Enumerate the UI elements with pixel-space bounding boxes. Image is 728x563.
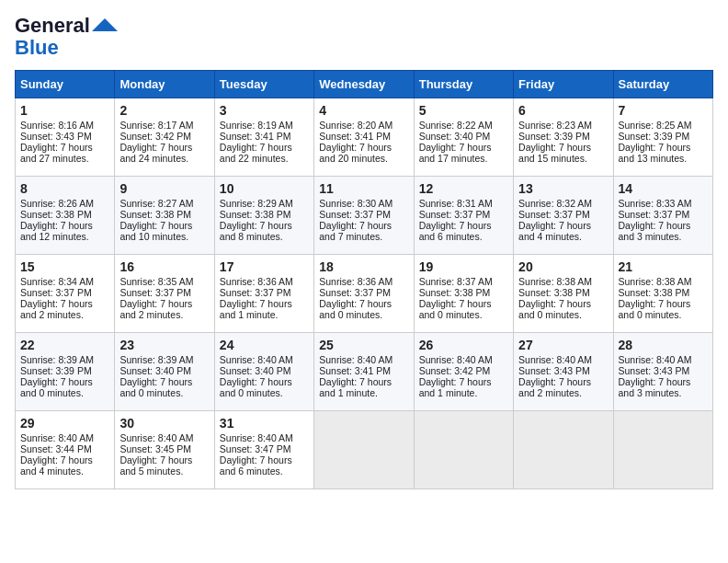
sunset: Sunset: 3:37 PM bbox=[518, 209, 590, 220]
sunrise: Sunrise: 8:40 AM bbox=[518, 354, 592, 365]
day-number: 6 bbox=[518, 103, 608, 118]
sunrise: Sunrise: 8:20 AM bbox=[319, 120, 392, 131]
calendar-cell: 21 Sunrise: 8:38 AM Sunset: 3:38 PM Dayl… bbox=[613, 255, 712, 333]
day-header-sunday: Sunday bbox=[16, 71, 115, 98]
sunset: Sunset: 3:39 PM bbox=[20, 365, 92, 376]
calendar-cell: 3 Sunrise: 8:19 AM Sunset: 3:41 PM Dayli… bbox=[214, 98, 313, 177]
daylight: Daylight: 7 hours and 24 minutes. bbox=[119, 142, 192, 164]
sunrise: Sunrise: 8:34 AM bbox=[20, 276, 94, 287]
sunrise: Sunrise: 8:36 AM bbox=[319, 276, 392, 287]
sunset: Sunset: 3:38 PM bbox=[619, 287, 690, 298]
logo-blue: Blue bbox=[15, 37, 59, 59]
sunrise: Sunrise: 8:33 AM bbox=[619, 198, 692, 209]
sunrise: Sunrise: 8:39 AM bbox=[20, 354, 94, 365]
day-number: 29 bbox=[20, 416, 109, 431]
calendar-cell: 31 Sunrise: 8:40 AM Sunset: 3:47 PM Dayl… bbox=[214, 411, 313, 489]
day-header-saturday: Saturday bbox=[613, 71, 712, 98]
calendar-cell: 30 Sunrise: 8:40 AM Sunset: 3:45 PM Dayl… bbox=[115, 411, 214, 489]
calendar-cell bbox=[613, 411, 712, 489]
daylight: Daylight: 7 hours and 15 minutes. bbox=[518, 142, 591, 164]
page-header: General Blue bbox=[15, 15, 713, 59]
daylight: Daylight: 7 hours and 0 minutes. bbox=[319, 298, 392, 320]
daylight: Daylight: 7 hours and 22 minutes. bbox=[220, 142, 292, 164]
calendar-cell: 2 Sunrise: 8:17 AM Sunset: 3:42 PM Dayli… bbox=[115, 98, 214, 177]
day-number: 19 bbox=[419, 259, 508, 274]
daylight: Daylight: 7 hours and 2 minutes. bbox=[20, 298, 93, 320]
sunrise: Sunrise: 8:26 AM bbox=[20, 198, 94, 209]
daylight: Daylight: 7 hours and 2 minutes. bbox=[518, 376, 591, 398]
day-number: 8 bbox=[20, 181, 109, 196]
sunrise: Sunrise: 8:32 AM bbox=[518, 198, 592, 209]
sunrise: Sunrise: 8:30 AM bbox=[319, 198, 392, 209]
calendar-cell: 16 Sunrise: 8:35 AM Sunset: 3:37 PM Dayl… bbox=[115, 255, 214, 333]
week-row-3: 15 Sunrise: 8:34 AM Sunset: 3:37 PM Dayl… bbox=[16, 255, 713, 333]
sunset: Sunset: 3:43 PM bbox=[518, 365, 590, 376]
sunrise: Sunrise: 8:40 AM bbox=[619, 354, 692, 365]
sunset: Sunset: 3:47 PM bbox=[220, 443, 291, 454]
sunset: Sunset: 3:45 PM bbox=[119, 443, 191, 454]
sunrise: Sunrise: 8:16 AM bbox=[20, 120, 94, 131]
daylight: Daylight: 7 hours and 3 minutes. bbox=[619, 220, 691, 242]
day-number: 1 bbox=[20, 103, 109, 118]
calendar-cell: 27 Sunrise: 8:40 AM Sunset: 3:43 PM Dayl… bbox=[514, 333, 613, 411]
daylight: Daylight: 7 hours and 10 minutes. bbox=[119, 220, 192, 242]
day-header-monday: Monday bbox=[115, 71, 214, 98]
sunrise: Sunrise: 8:40 AM bbox=[220, 432, 293, 443]
calendar-cell: 11 Sunrise: 8:30 AM Sunset: 3:37 PM Dayl… bbox=[314, 177, 414, 255]
day-number: 12 bbox=[419, 181, 508, 196]
day-number: 7 bbox=[619, 103, 708, 118]
daylight: Daylight: 7 hours and 8 minutes. bbox=[220, 220, 292, 242]
calendar-cell: 13 Sunrise: 8:32 AM Sunset: 3:37 PM Dayl… bbox=[514, 177, 613, 255]
sunset: Sunset: 3:44 PM bbox=[20, 443, 92, 454]
sunset: Sunset: 3:37 PM bbox=[319, 287, 391, 298]
sunrise: Sunrise: 8:38 AM bbox=[619, 276, 692, 287]
sunrise: Sunrise: 8:25 AM bbox=[619, 120, 692, 131]
sunrise: Sunrise: 8:22 AM bbox=[419, 120, 493, 131]
day-number: 18 bbox=[319, 259, 408, 274]
calendar-cell: 22 Sunrise: 8:39 AM Sunset: 3:39 PM Dayl… bbox=[16, 333, 115, 411]
daylight: Daylight: 7 hours and 20 minutes. bbox=[319, 142, 392, 164]
day-number: 5 bbox=[419, 103, 508, 118]
day-header-thursday: Thursday bbox=[414, 71, 513, 98]
day-number: 28 bbox=[619, 338, 708, 352]
calendar-cell: 15 Sunrise: 8:34 AM Sunset: 3:37 PM Dayl… bbox=[16, 255, 115, 333]
sunset: Sunset: 3:40 PM bbox=[419, 131, 491, 142]
sunrise: Sunrise: 8:19 AM bbox=[220, 120, 293, 131]
daylight: Daylight: 7 hours and 13 minutes. bbox=[619, 142, 691, 164]
calendar-cell: 20 Sunrise: 8:38 AM Sunset: 3:38 PM Dayl… bbox=[514, 255, 613, 333]
day-number: 14 bbox=[619, 181, 708, 196]
sunrise: Sunrise: 8:40 AM bbox=[419, 354, 493, 365]
sunrise: Sunrise: 8:38 AM bbox=[518, 276, 592, 287]
daylight: Daylight: 7 hours and 7 minutes. bbox=[319, 220, 392, 242]
calendar-cell bbox=[314, 411, 414, 489]
calendar-cell: 4 Sunrise: 8:20 AM Sunset: 3:41 PM Dayli… bbox=[314, 98, 414, 177]
sunrise: Sunrise: 8:40 AM bbox=[119, 432, 193, 443]
day-number: 26 bbox=[419, 338, 508, 352]
day-number: 31 bbox=[220, 416, 309, 431]
day-number: 30 bbox=[119, 416, 209, 431]
calendar-cell: 25 Sunrise: 8:40 AM Sunset: 3:41 PM Dayl… bbox=[314, 333, 414, 411]
week-row-4: 22 Sunrise: 8:39 AM Sunset: 3:39 PM Dayl… bbox=[16, 333, 713, 411]
sunrise: Sunrise: 8:37 AM bbox=[419, 276, 493, 287]
sunset: Sunset: 3:38 PM bbox=[220, 209, 291, 220]
calendar-cell: 17 Sunrise: 8:36 AM Sunset: 3:37 PM Dayl… bbox=[214, 255, 313, 333]
day-number: 23 bbox=[119, 338, 209, 352]
calendar-cell: 28 Sunrise: 8:40 AM Sunset: 3:43 PM Dayl… bbox=[613, 333, 712, 411]
sunrise: Sunrise: 8:35 AM bbox=[119, 276, 193, 287]
sunset: Sunset: 3:37 PM bbox=[419, 209, 491, 220]
calendar-cell: 23 Sunrise: 8:39 AM Sunset: 3:40 PM Dayl… bbox=[115, 333, 214, 411]
sunset: Sunset: 3:37 PM bbox=[619, 209, 690, 220]
sunset: Sunset: 3:43 PM bbox=[619, 365, 690, 376]
day-header-tuesday: Tuesday bbox=[214, 71, 313, 98]
day-number: 2 bbox=[119, 103, 209, 118]
sunset: Sunset: 3:37 PM bbox=[220, 287, 291, 298]
day-number: 9 bbox=[119, 181, 209, 196]
calendar-cell: 12 Sunrise: 8:31 AM Sunset: 3:37 PM Dayl… bbox=[414, 177, 513, 255]
daylight: Daylight: 7 hours and 0 minutes. bbox=[518, 298, 591, 320]
days-header-row: SundayMondayTuesdayWednesdayThursdayFrid… bbox=[16, 71, 713, 98]
sunset: Sunset: 3:40 PM bbox=[220, 365, 291, 376]
week-row-1: 1 Sunrise: 8:16 AM Sunset: 3:43 PM Dayli… bbox=[16, 98, 713, 177]
sunset: Sunset: 3:37 PM bbox=[319, 209, 391, 220]
day-number: 4 bbox=[319, 103, 408, 118]
day-number: 10 bbox=[220, 181, 309, 196]
